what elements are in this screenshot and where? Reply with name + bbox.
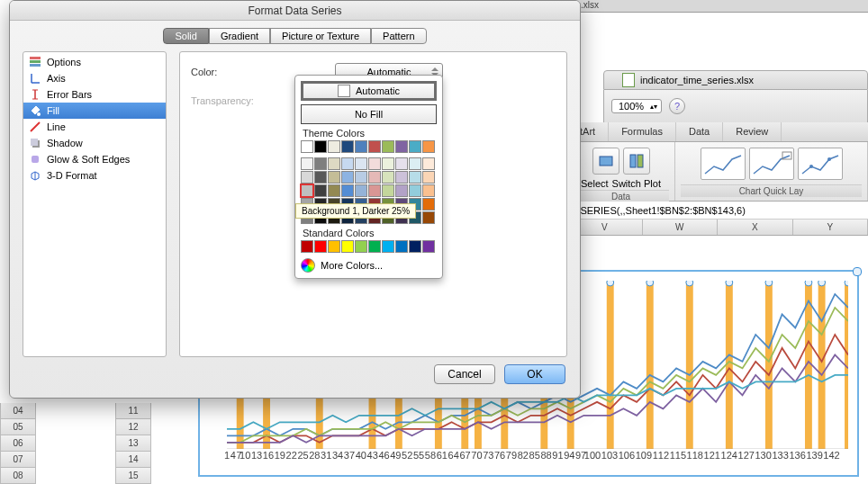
color-swatch[interactable] [409,184,421,197]
col-X[interactable]: X [718,220,793,235]
color-swatch[interactable] [422,171,435,184]
more-colors[interactable]: More Colors... [301,258,437,273]
svg-rect-0 [600,157,612,166]
color-swatch[interactable] [422,157,435,170]
color-swatch[interactable] [301,240,313,253]
ribbon-tab-formulas[interactable]: Formulas [609,122,676,141]
switch-plot-button[interactable] [623,148,650,175]
color-swatch[interactable] [301,140,313,153]
color-swatch[interactable] [341,157,354,170]
zoom-input[interactable] [614,101,648,112]
svg-point-54 [37,112,41,116]
popover-nofill[interactable]: No Fill [301,104,437,124]
color-swatch[interactable] [422,211,435,224]
color-swatch[interactable] [422,240,435,253]
sidebar-item-shadow[interactable]: Shadow [23,135,166,151]
sidebar-item-axis[interactable]: Axis [23,70,166,86]
color-swatch[interactable] [328,140,340,153]
color-swatch[interactable] [422,184,435,197]
row-05[interactable]: 05 [0,419,36,435]
chart-layout-2[interactable] [749,148,794,180]
ribbon-tab-data[interactable]: Data [676,122,723,141]
color-swatch[interactable] [301,171,313,184]
color-swatch[interactable] [328,157,340,170]
color-swatch[interactable] [382,184,394,197]
zoom-control[interactable]: ▴▾ [611,99,662,113]
color-swatch[interactable] [409,140,421,153]
color-swatch[interactable] [382,140,394,153]
color-swatch[interactable] [368,171,381,184]
row-13[interactable]: 13 [115,435,151,452]
tab-picture[interactable]: Picture or Texture [270,28,371,44]
color-swatch[interactable] [328,184,340,197]
dialog-title: Format Data Series [10,1,580,21]
row-14[interactable]: 14 [115,452,151,468]
sidebar-item-options[interactable]: Options [23,54,166,70]
row-12[interactable]: 12 [115,419,151,435]
color-swatch[interactable] [395,157,408,170]
color-swatch[interactable] [341,140,354,153]
color-swatch[interactable] [368,184,381,197]
color-swatch[interactable] [422,198,435,211]
color-swatch[interactable] [301,157,313,170]
color-swatch[interactable] [368,140,381,153]
help-icon[interactable]: ? [669,98,685,114]
row-04[interactable]: 04 [0,403,36,419]
sidebar-item-fill[interactable]: Fill [23,103,166,119]
select-button[interactable] [592,148,619,175]
chart-layout-3[interactable] [798,148,843,180]
row-15[interactable]: 15 [115,468,151,484]
tab-solid[interactable]: Solid [163,28,208,44]
color-swatch[interactable] [395,240,408,253]
color-swatch[interactable] [314,140,327,153]
color-swatch[interactable] [422,140,435,153]
col-W[interactable]: W [643,220,719,235]
color-swatch[interactable] [328,240,340,253]
color-swatch[interactable] [355,171,367,184]
formula-bar[interactable]: =SERIES(,,Sheet1!$BN$2:$BN$143,6) [567,202,868,220]
row-07[interactable]: 07 [0,452,36,468]
zoom-stepper-icon[interactable]: ▴▾ [648,103,659,111]
popover-automatic[interactable]: Automatic [301,81,437,101]
row-11[interactable]: 11 [115,403,151,419]
cancel-button[interactable]: Cancel [434,364,495,384]
col-Y[interactable]: Y [793,220,869,235]
color-swatch[interactable] [341,240,354,253]
color-swatch[interactable] [314,157,327,170]
color-swatch[interactable] [409,240,421,253]
sidebar-item-errorbars[interactable]: Error Bars [23,86,166,103]
color-swatch[interactable] [355,240,367,253]
color-swatch[interactable] [382,240,394,253]
color-swatch[interactable] [395,171,408,184]
color-swatch[interactable] [328,171,340,184]
row-06[interactable]: 06 [0,435,36,452]
sidebar-item-3d[interactable]: 3-D Format [23,167,166,184]
color-swatch[interactable] [382,157,394,170]
ribbon-tab-review[interactable]: Review [723,122,782,141]
sidebar-item-glow[interactable]: Glow & Soft Edges [23,151,166,167]
color-swatch[interactable] [341,184,354,197]
color-swatch[interactable] [395,184,408,197]
svg-point-39 [726,281,733,286]
color-swatch[interactable] [368,240,381,253]
color-swatch[interactable] [395,140,408,153]
color-swatch[interactable] [409,157,421,170]
chart-layout-1[interactable] [701,148,746,180]
color-swatch[interactable] [382,171,394,184]
tab-gradient[interactable]: Gradient [209,28,270,44]
color-swatch[interactable] [355,184,367,197]
tab-pattern[interactable]: Pattern [371,28,426,44]
sidebar-item-line[interactable]: Line [23,119,166,135]
ok-button[interactable]: OK [504,364,565,384]
row-08[interactable]: 08 [0,468,36,484]
color-swatch[interactable] [314,240,327,253]
color-swatch[interactable] [355,140,367,153]
color-swatch[interactable] [314,171,327,184]
color-swatch[interactable] [409,171,421,184]
color-swatch[interactable] [355,157,367,170]
color-swatch[interactable] [368,157,381,170]
color-swatch[interactable] [314,184,327,197]
color-swatch[interactable] [301,184,313,197]
column-headers: V W X Y [567,220,868,236]
color-swatch[interactable] [341,171,354,184]
